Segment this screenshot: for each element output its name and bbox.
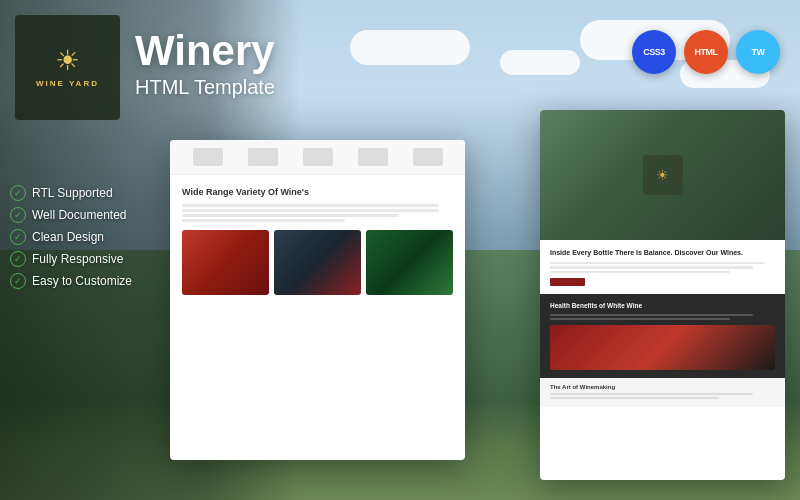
check-icon-customize: ✓ bbox=[10, 273, 26, 289]
preview-line-1 bbox=[182, 204, 439, 207]
right-card-dark: Health Benefits of White Wine bbox=[540, 294, 785, 377]
css3-label: CSS3 bbox=[643, 47, 665, 57]
tailwind-badge: TW bbox=[736, 30, 780, 74]
page-subtitle: HTML Template bbox=[135, 76, 275, 99]
right-text-1 bbox=[550, 262, 764, 265]
html5-label: HTML bbox=[695, 47, 718, 57]
feature-doc-label: Well Documented bbox=[32, 208, 127, 222]
right-text-3 bbox=[550, 271, 730, 274]
right-dark-line-1 bbox=[550, 314, 753, 316]
css3-badge: CSS3 bbox=[632, 30, 676, 74]
tech-badges: CSS3 HTML TW bbox=[632, 30, 780, 74]
right-bottom-title: The Art of Winemaking bbox=[550, 384, 775, 390]
preview-card-right: ☀ Inside Every Bottle There Is Balance. … bbox=[540, 110, 785, 480]
feature-list: ✓ RTL Supported ✓ Well Documented ✓ Clea… bbox=[10, 185, 132, 289]
preview-text-lines bbox=[182, 204, 453, 222]
preview-logo-5 bbox=[413, 148, 443, 166]
right-card-bottom: The Art of Winemaking bbox=[540, 378, 785, 407]
preview-line-4 bbox=[182, 219, 345, 222]
feature-customize-label: Easy to Customize bbox=[32, 274, 132, 288]
right-card-hero-image: ☀ bbox=[540, 110, 785, 240]
tailwind-label: TW bbox=[752, 47, 765, 57]
preview-img-1 bbox=[182, 230, 269, 295]
preview-header bbox=[170, 140, 465, 175]
html5-badge: HTML bbox=[684, 30, 728, 74]
preview-images bbox=[182, 230, 453, 295]
preview-logo-3 bbox=[303, 148, 333, 166]
feature-rtl-label: RTL Supported bbox=[32, 186, 113, 200]
preview-line-2 bbox=[182, 209, 439, 212]
main-container: ☀ WINE YARD Winery HTML Template CSS3 HT… bbox=[0, 0, 800, 500]
feature-responsive-label: Fully Responsive bbox=[32, 252, 123, 266]
right-dark-line-2 bbox=[550, 318, 730, 320]
check-icon-clean: ✓ bbox=[10, 229, 26, 245]
preview-logo-2 bbox=[248, 148, 278, 166]
feature-clean-label: Clean Design bbox=[32, 230, 104, 244]
preview-content: Wide Range Variety Of Wine's bbox=[170, 175, 465, 307]
right-card-middle: Inside Every Bottle There Is Balance. Di… bbox=[540, 240, 785, 294]
page-title: Winery bbox=[135, 30, 275, 72]
feature-customize: ✓ Easy to Customize bbox=[10, 273, 132, 289]
feature-documented: ✓ Well Documented bbox=[10, 207, 132, 223]
feature-responsive: ✓ Fully Responsive bbox=[10, 251, 132, 267]
right-bottom-line-1 bbox=[550, 393, 753, 395]
right-cta-button bbox=[550, 278, 585, 286]
right-hero-title: Inside Every Bottle There Is Balance. Di… bbox=[550, 248, 775, 258]
feature-rtl: ✓ RTL Supported bbox=[10, 185, 132, 201]
check-icon-responsive: ✓ bbox=[10, 251, 26, 267]
title-area: Winery HTML Template bbox=[135, 30, 275, 99]
logo-text: WINE YARD bbox=[36, 79, 99, 88]
preview-section-title: Wide Range Variety Of Wine's bbox=[182, 187, 453, 199]
right-card-logo: ☀ bbox=[643, 155, 683, 195]
preview-img-2 bbox=[274, 230, 361, 295]
preview-img-3 bbox=[366, 230, 453, 295]
preview-logo-4 bbox=[358, 148, 388, 166]
logo-box: ☀ WINE YARD bbox=[15, 15, 120, 120]
preview-card-left: Wide Range Variety Of Wine's bbox=[170, 140, 465, 460]
check-icon-doc: ✓ bbox=[10, 207, 26, 223]
preview-line-3 bbox=[182, 214, 399, 217]
check-icon-rtl: ✓ bbox=[10, 185, 26, 201]
feature-clean: ✓ Clean Design bbox=[10, 229, 132, 245]
logo-icon: ☀ bbox=[55, 47, 80, 75]
right-dark-title: Health Benefits of White Wine bbox=[550, 302, 775, 310]
preview-logo-1 bbox=[193, 148, 223, 166]
right-bottom-line-2 bbox=[550, 397, 719, 399]
right-dark-image bbox=[550, 325, 775, 370]
right-text-2 bbox=[550, 266, 753, 269]
